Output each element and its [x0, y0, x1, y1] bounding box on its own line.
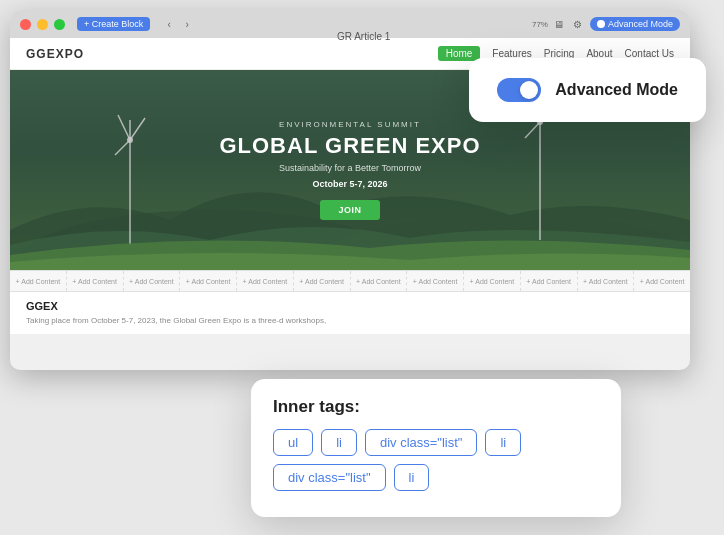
- advanced-mode-label: Advanced Mode: [555, 81, 678, 99]
- inner-tags-title: Inner tags:: [273, 397, 599, 417]
- tag-li-3[interactable]: li: [394, 464, 430, 491]
- minimize-dot[interactable]: [37, 19, 48, 30]
- create-block-button[interactable]: + Create Block: [77, 17, 150, 31]
- tag-li-2[interactable]: li: [485, 429, 521, 456]
- tag-li-1[interactable]: li: [321, 429, 357, 456]
- hero-date: October 5-7, 2026: [219, 179, 480, 189]
- hero-subtitle: ENVIRONMENTAL SUMMIT: [219, 120, 480, 129]
- add-content-cell-10[interactable]: + Add Content: [521, 271, 578, 291]
- add-content-cell-7[interactable]: + Add Content: [351, 271, 408, 291]
- add-content-cell-9[interactable]: + Add Content: [464, 271, 521, 291]
- add-content-cell-2[interactable]: + Add Content: [67, 271, 124, 291]
- settings-icon[interactable]: ⚙: [571, 17, 585, 31]
- monitor-icon[interactable]: 🖥: [552, 17, 566, 31]
- add-content-cell-3[interactable]: + Add Content: [124, 271, 181, 291]
- inner-tags-card: Inner tags: ul li div class="list" li di…: [251, 379, 621, 517]
- maximize-dot[interactable]: [54, 19, 65, 30]
- browser-tab-title: GR Article 1: [337, 31, 390, 42]
- nav-link-home[interactable]: Home: [438, 46, 481, 61]
- forward-icon[interactable]: ›: [180, 17, 194, 31]
- toggle-knob: [520, 81, 538, 99]
- advanced-mode-card: Advanced Mode: [469, 58, 706, 122]
- browser-toolbar: + Create Block ‹ › GR Article 1 77% 🖥 ⚙ …: [10, 10, 690, 38]
- tag-ul[interactable]: ul: [273, 429, 313, 456]
- add-content-cell-5[interactable]: + Add Content: [237, 271, 294, 291]
- add-content-row: + Add Content + Add Content + Add Conten…: [10, 270, 690, 292]
- add-content-cell-12[interactable]: + Add Content: [634, 271, 690, 291]
- add-content-cell-8[interactable]: + Add Content: [407, 271, 464, 291]
- tags-row-1: ul li div class="list" li: [273, 429, 599, 456]
- add-content-cell-6[interactable]: + Add Content: [294, 271, 351, 291]
- tag-div-class-list-1[interactable]: div class="list": [365, 429, 478, 456]
- below-title: GGEX: [26, 300, 674, 312]
- close-dot[interactable]: [20, 19, 31, 30]
- add-content-cell-11[interactable]: + Add Content: [578, 271, 635, 291]
- tags-row-2: div class="list" li: [273, 464, 599, 491]
- back-icon[interactable]: ‹: [162, 17, 176, 31]
- zoom-icon: 77%: [533, 17, 547, 31]
- below-section: GGEX Taking place from October 5-7, 2023…: [10, 292, 690, 334]
- tag-div-class-list-2[interactable]: div class="list": [273, 464, 386, 491]
- hero-description: Sustainability for a Better Tomorrow: [219, 163, 480, 173]
- advanced-mode-toggle[interactable]: [497, 78, 541, 102]
- hero-title: GLOBAL GREEN EXPO: [219, 133, 480, 159]
- site-logo: GGEXPO: [26, 47, 84, 61]
- add-content-cell-1[interactable]: + Add Content: [10, 271, 67, 291]
- hero-content: ENVIRONMENTAL SUMMIT GLOBAL GREEN EXPO S…: [219, 120, 480, 220]
- join-button[interactable]: JOIN: [320, 200, 379, 220]
- advanced-mode-badge[interactable]: Advanced Mode: [590, 17, 680, 31]
- below-text: Taking place from October 5-7, 2023, the…: [26, 315, 674, 326]
- add-content-cell-4[interactable]: + Add Content: [180, 271, 237, 291]
